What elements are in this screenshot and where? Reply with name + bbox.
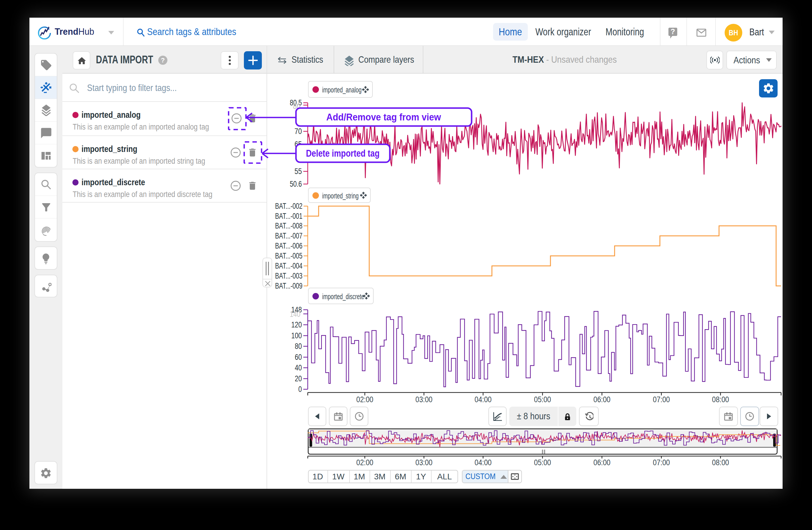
svg-text:03:00: 03:00 [416, 395, 433, 404]
svg-text:BAT...-007: BAT...-007 [275, 231, 302, 240]
svg-text:06:00: 06:00 [593, 395, 610, 404]
svg-text:BAT...-005: BAT...-005 [275, 251, 302, 260]
svg-text:80: 80 [293, 102, 300, 111]
svg-text:Delete imported tag: Delete imported tag [306, 148, 379, 159]
svg-text:80.5: 80.5 [290, 98, 302, 107]
svg-text:Add/Remove tag from view: Add/Remove tag from view [326, 111, 441, 123]
svg-text:50.6: 50.6 [290, 180, 302, 189]
svg-text:BAT...-001: BAT...-001 [275, 211, 302, 221]
svg-text:07:00: 07:00 [653, 458, 670, 467]
svg-text:BAT...-003: BAT...-003 [275, 271, 302, 280]
svg-text:?: ? [670, 27, 675, 36]
svg-text:02:00: 02:00 [356, 458, 373, 467]
svg-text:BAT...-002: BAT...-002 [275, 201, 302, 210]
svg-text:70: 70 [294, 127, 302, 136]
svg-text:BAT...-008: BAT...-008 [275, 221, 302, 230]
svg-text:BAT...-006: BAT...-006 [275, 241, 302, 250]
svg-text:05:00: 05:00 [534, 395, 551, 404]
svg-text:BAT...-009: BAT...-009 [275, 281, 302, 290]
svg-text:20: 20 [295, 374, 302, 383]
svg-text:0: 0 [298, 385, 302, 394]
svg-text:07:00: 07:00 [653, 395, 670, 404]
svg-text:40: 40 [295, 363, 302, 372]
svg-text:02:00: 02:00 [356, 395, 373, 404]
svg-text:55: 55 [294, 167, 302, 176]
svg-text:03:00: 03:00 [416, 458, 433, 467]
svg-text:06:00: 06:00 [593, 458, 610, 467]
svg-text:08:00: 08:00 [712, 458, 729, 467]
svg-text:120: 120 [291, 320, 302, 329]
svg-text:05:00: 05:00 [534, 458, 551, 467]
svg-text:BAT...-004: BAT...-004 [275, 261, 302, 270]
svg-text:04:00: 04:00 [475, 395, 492, 404]
svg-text:04:00: 04:00 [475, 458, 492, 467]
svg-text:08:00: 08:00 [712, 395, 729, 404]
svg-text:65: 65 [294, 140, 302, 149]
svg-text:100: 100 [291, 331, 302, 340]
svg-text:80: 80 [295, 342, 302, 351]
svg-text:140: 140 [290, 310, 300, 319]
svg-text:60: 60 [295, 353, 302, 362]
svg-text:148: 148 [291, 305, 302, 314]
